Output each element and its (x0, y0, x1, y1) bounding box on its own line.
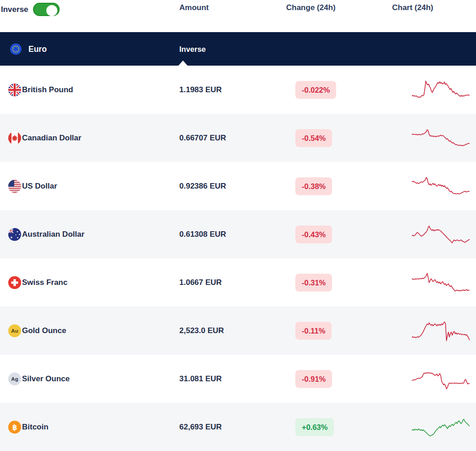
change-badge: -0.11% (295, 322, 332, 340)
column-header-chart: Chart (24h) (392, 3, 433, 12)
change-badge: +0.63% (295, 418, 334, 436)
currency-amount: 1.1983 EUR (179, 85, 222, 95)
btc-icon: ฿ (8, 421, 21, 434)
sparkline-chart (412, 76, 470, 104)
currency-row[interactable]: Au Gold Ounce 2,523.0 EUR -0.11% (0, 306, 476, 355)
change-badge: -0.31% (295, 273, 332, 291)
currency-amount: 62,693 EUR (179, 423, 222, 432)
currency-row[interactable]: Swiss Franc 1.0667 EUR -0.31% (0, 258, 476, 306)
euro-flag-icon (10, 43, 22, 55)
base-mode-label: Inverse (179, 45, 206, 53)
svg-text:Ag: Ag (11, 376, 18, 382)
currency-row[interactable]: Ag Silver Ounce 31.081 EUR -0.91% (0, 355, 476, 403)
svg-text:฿: ฿ (12, 423, 17, 431)
gb-icon (8, 84, 21, 96)
silver-icon: Ag (8, 373, 21, 385)
base-currency-row: Euro Inverse (0, 32, 476, 66)
notch-pointer (178, 61, 188, 66)
currency-rows-list: British Pound 1.1983 EUR -0.022% Canadia… (0, 66, 476, 451)
currency-row[interactable]: Canadian Dollar 0.66707 EUR -0.54% (0, 114, 476, 162)
currency-name: Canadian Dollar (22, 134, 81, 143)
currency-amount: 2,523.0 EUR (179, 326, 224, 335)
ca-icon (8, 132, 21, 145)
change-badge: -0.38% (295, 177, 332, 195)
currency-name: US Dollar (22, 182, 57, 191)
sparkline-chart (412, 124, 470, 152)
currency-amount: 0.61308 EUR (179, 230, 226, 239)
sparkline-chart (412, 317, 470, 345)
currency-name: Silver Ounce (22, 374, 70, 384)
currency-rates-widget: Inverse Amount Change (24h) Chart (24h) … (0, 0, 476, 451)
sparkline-chart (412, 220, 470, 249)
inverse-toggle-label: Inverse (1, 5, 28, 14)
currency-row[interactable]: ฿ Bitcoin 62,693 EUR +0.63% (0, 403, 476, 451)
toggle-knob (46, 5, 57, 16)
currency-amount: 1.0667 EUR (179, 278, 222, 287)
currency-name: Australian Dollar (22, 230, 84, 239)
au-icon (8, 228, 21, 241)
currency-row[interactable]: US Dollar 0.92386 EUR -0.38% (0, 162, 476, 210)
sparkline-chart (412, 365, 470, 393)
currency-name: Bitcoin (22, 423, 49, 432)
base-currency-name: Euro (28, 44, 47, 54)
table-header-row: Inverse Amount Change (24h) Chart (24h) (0, 0, 476, 32)
change-badge: -0.54% (295, 129, 332, 147)
currency-amount: 0.92386 EUR (179, 182, 226, 191)
currency-amount: 0.66707 EUR (179, 134, 226, 143)
column-header-amount: Amount (179, 3, 209, 12)
us-icon (8, 180, 21, 193)
currency-row[interactable]: British Pound 1.1983 EUR -0.022% (0, 66, 476, 114)
currency-name: Swiss Franc (22, 278, 67, 287)
currency-name: British Pound (22, 85, 73, 95)
change-badge: -0.43% (295, 225, 332, 243)
change-badge: -0.022% (295, 81, 336, 99)
currency-amount: 31.081 EUR (179, 374, 222, 384)
gold-icon: Au (8, 324, 21, 337)
sparkline-chart (412, 413, 470, 441)
ch-icon (8, 276, 21, 289)
inverse-toggle-switch[interactable] (33, 3, 60, 16)
currency-name: Gold Ounce (22, 326, 66, 335)
sparkline-chart (412, 172, 470, 200)
svg-text:Au: Au (11, 328, 18, 334)
sparkline-chart (412, 268, 470, 297)
currency-row[interactable]: Australian Dollar 0.61308 EUR -0.43% (0, 210, 476, 258)
change-badge: -0.91% (295, 370, 332, 388)
column-header-change: Change (24h) (286, 3, 336, 12)
inverse-toggle-group: Inverse (1, 3, 60, 16)
